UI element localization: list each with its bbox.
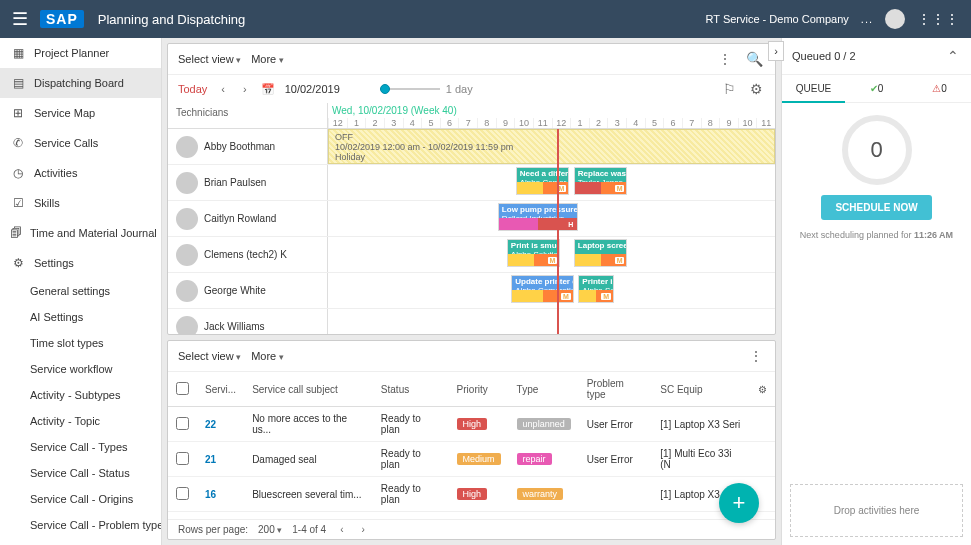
sidebar-item-time-effort-type[interactable]: Time - Effort type — [0, 538, 161, 545]
menu-icon[interactable]: ☰ — [12, 8, 28, 30]
add-fab[interactable]: + — [719, 483, 759, 523]
tech-row: Caitlyn RowlandLow pump pressureDellard … — [168, 201, 775, 237]
prev-day-icon[interactable]: ‹ — [217, 83, 229, 95]
task-block[interactable]: Update printer driverAlpha CorporationM — [511, 275, 574, 303]
sidebar-item-service-map[interactable]: ⊞Service Map — [0, 98, 161, 128]
col-header[interactable]: Type — [509, 372, 579, 407]
map-icon[interactable]: ⚐ — [721, 79, 738, 99]
tech-track[interactable]: Print is smudgedAlpha SolutionsMLaptop s… — [328, 237, 775, 272]
hour-tick: 1 — [347, 118, 366, 128]
service-id-link[interactable]: 21 — [205, 454, 216, 465]
col-header[interactable]: Service call subject — [244, 372, 373, 407]
next-day-icon[interactable]: › — [239, 83, 251, 95]
zoom-slider[interactable]: 1 day — [380, 83, 473, 95]
app-header: ☰ SAP Planning and Dispatching RT Servic… — [0, 0, 971, 38]
sidebar-item-settings[interactable]: ⚙Settings — [0, 248, 161, 278]
tab-success[interactable]: ✔0 — [845, 75, 908, 102]
settings-icon[interactable]: ⚙ — [748, 79, 765, 99]
sidebar-item-service-call-problem-types[interactable]: Service Call - Problem types — [0, 512, 161, 538]
sidebar-item-ai-settings[interactable]: AI Settings — [0, 304, 161, 330]
row-checkbox[interactable] — [176, 417, 189, 430]
sidebar-item-service-call-status[interactable]: Service Call - Status — [0, 460, 161, 486]
table-row[interactable]: 21Damaged sealReady to planMediumrepairU… — [168, 442, 775, 477]
status-cell: Ready to plan — [373, 477, 449, 512]
collapse-right-icon[interactable]: › — [768, 41, 784, 61]
sidebar-item-service-workflow[interactable]: Service workflow — [0, 356, 161, 382]
col-header[interactable]: Servi... — [197, 372, 244, 407]
tech-name: Brian Paulsen — [204, 177, 266, 188]
sidebar-item-general-settings[interactable]: General settings — [0, 278, 161, 304]
today-link[interactable]: Today — [178, 83, 207, 95]
sidebar-item-service-call-origins[interactable]: Service Call - Origins — [0, 486, 161, 512]
task-block[interactable]: Need a different kAlpha CenterM — [516, 167, 570, 195]
calls-select-view[interactable]: Select view — [178, 350, 241, 362]
collapse-queue-icon[interactable]: ⌃ — [945, 46, 961, 66]
tab-errors[interactable]: ⚠0 — [908, 75, 971, 102]
select-view-dropdown[interactable]: Select view — [178, 53, 241, 65]
calls-more[interactable]: More — [251, 350, 284, 362]
more-vert-icon[interactable]: ⋮ — [716, 49, 734, 69]
service-id-link[interactable]: 16 — [205, 489, 216, 500]
service-id-link[interactable]: 22 — [205, 419, 216, 430]
hour-tick: 11 — [533, 118, 552, 128]
col-header[interactable]: Problem type — [579, 372, 653, 407]
row-checkbox[interactable] — [176, 487, 189, 500]
task-block[interactable]: Low pump pressureDellard IndustriesH — [498, 203, 578, 231]
subject-cell: No more acces to the us... — [244, 407, 373, 442]
sidebar-item-activity-topic[interactable]: Activity - Topic — [0, 408, 161, 434]
drop-zone[interactable]: Drop activities here — [790, 484, 963, 537]
task-block[interactable]: Replace waste contTaylor JonesM — [574, 167, 628, 195]
tech-track[interactable]: OFF10/02/2019 12:00 am - 10/02/2019 11:5… — [328, 129, 775, 164]
pager-prev-icon[interactable]: ‹ — [336, 524, 347, 535]
select-all-checkbox[interactable] — [176, 382, 189, 395]
check-icon: ✔ — [870, 83, 878, 94]
tech-avatar — [176, 244, 198, 266]
sidebar-item-activities[interactable]: ◷Activities — [0, 158, 161, 188]
table-row[interactable]: 12Printer is not working an...Ready to p… — [168, 512, 775, 520]
tech-track[interactable] — [328, 309, 775, 334]
tech-track[interactable]: Low pump pressureDellard IndustriesH — [328, 201, 775, 236]
sidebar-item-dispatching-board[interactable]: ▤Dispatching Board — [0, 68, 161, 98]
hour-tick: 2 — [589, 118, 608, 128]
table-settings-icon[interactable]: ⚙ — [758, 384, 767, 395]
apps-icon[interactable]: ⋮⋮⋮ — [917, 11, 959, 27]
schedule-now-button[interactable]: SCHEDULE NOW — [821, 195, 931, 220]
col-header[interactable]: SC Equip — [652, 372, 750, 407]
priority-tag: High — [457, 418, 488, 430]
search-icon[interactable]: 🔍 — [744, 49, 765, 69]
task-block[interactable]: Laptop screen is bM — [574, 239, 628, 267]
sidebar-item-service-calls[interactable]: ✆Service Calls — [0, 128, 161, 158]
task-block[interactable]: Print is smudgedAlpha SolutionsM — [507, 239, 561, 267]
calls-more-vert-icon[interactable]: ⋮ — [747, 346, 765, 366]
sidebar-item-skills[interactable]: ☑Skills — [0, 188, 161, 218]
table-row[interactable]: 22No more acces to the us...Ready to pla… — [168, 407, 775, 442]
table-row[interactable]: 16Bluescreen several tim...Ready to plan… — [168, 477, 775, 512]
tab-queue[interactable]: QUEUE — [782, 75, 845, 102]
col-header[interactable]: Priority — [449, 372, 509, 407]
equip-cell: [1] Laptop X3 Seri — [652, 407, 750, 442]
sidebar-item-activity-subtypes[interactable]: Activity - Subtypes — [0, 382, 161, 408]
col-header[interactable]: Status — [373, 372, 449, 407]
sidebar-item-time-slot-types[interactable]: Time slot types — [0, 330, 161, 356]
task-block[interactable]: Printer is smAlpha SolutionsM — [578, 275, 614, 303]
row-checkbox[interactable] — [176, 452, 189, 465]
col-header[interactable] — [168, 372, 197, 407]
rows-per-page-select[interactable]: 200 — [258, 524, 282, 535]
sidebar-label: Service Call - Origins — [30, 493, 133, 505]
more-dropdown[interactable]: More — [251, 53, 284, 65]
user-avatar[interactable] — [885, 9, 905, 29]
priority-badge: M — [615, 185, 625, 192]
sidebar-item-service-call-types[interactable]: Service Call - Types — [0, 434, 161, 460]
sidebar-item-project-planner[interactable]: ▦Project Planner — [0, 38, 161, 68]
more-menu[interactable]: ... — [861, 13, 873, 25]
tech-row: Jack Williams — [168, 309, 775, 334]
sidebar-item-time-and-material-journal[interactable]: 🗐Time and Material Journal — [0, 218, 161, 248]
tech-track[interactable]: Need a different kAlpha CenterMReplace w… — [328, 165, 775, 200]
type-tag: unplanned — [517, 418, 571, 430]
app-title: Planning and Dispatching — [98, 12, 245, 27]
tech-track[interactable]: Update printer driverAlpha CorporationMP… — [328, 273, 775, 308]
queued-title: Queued 0 / 2 — [792, 50, 856, 62]
pager-next-icon[interactable]: › — [358, 524, 369, 535]
calendar-icon[interactable]: 📅 — [261, 83, 275, 96]
subject-cell: Bluescreen several tim... — [244, 477, 373, 512]
